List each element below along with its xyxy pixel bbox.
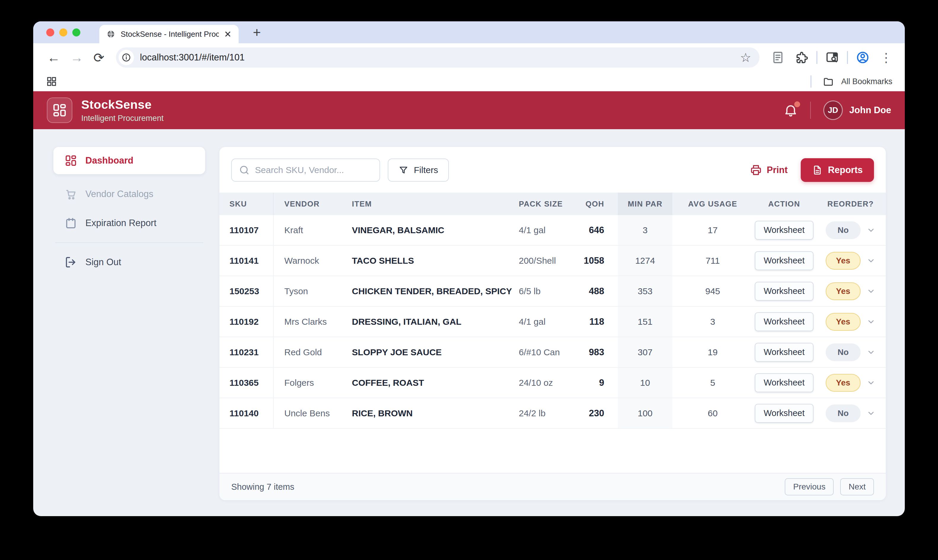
url-text[interactable]: localhost:3001/#/item/101 — [140, 52, 245, 63]
browser-tab[interactable]: StockSense - Intelligent Proc ✕ — [99, 25, 239, 43]
sidebar-item-vendor-catalogs[interactable]: Vendor Catalogs — [53, 180, 205, 209]
item-cell: DRESSING, ITALIAN, GAL — [348, 307, 516, 337]
reorder-badge[interactable]: No — [826, 405, 861, 422]
chevron-down-icon[interactable] — [867, 287, 875, 296]
search-tabs-panel-icon[interactable] — [826, 51, 839, 64]
cart-icon — [65, 188, 77, 200]
back-icon[interactable]: ← — [47, 50, 60, 65]
column-header-action: ACTION — [753, 192, 815, 215]
qoh-cell: 118 — [566, 307, 618, 337]
avatar[interactable]: JD — [823, 100, 843, 120]
notifications-button[interactable] — [784, 103, 798, 117]
search-input[interactable] — [255, 165, 372, 175]
browser-window: StockSense - Intelligent Proc ✕ + ← → ⟳ … — [33, 22, 905, 516]
reorder-badge[interactable]: Yes — [826, 374, 861, 392]
item-cell: SLOPPY JOE SAUCE — [348, 337, 516, 367]
next-button[interactable]: Next — [840, 478, 874, 495]
vendor-cell: Tyson — [274, 276, 348, 306]
toolbar-separator — [816, 51, 817, 64]
item-cell: VINEGAR, BALSAMIC — [348, 215, 516, 245]
inventory-table: SKU VENDOR ITEM PACK SIZE QOH MIN PAR AV… — [219, 192, 886, 429]
min-par-cell: 10 — [618, 368, 672, 398]
reorder-badge[interactable]: Yes — [826, 313, 861, 331]
reorder-badge[interactable]: Yes — [826, 282, 861, 300]
sku-cell: 110107 — [219, 215, 274, 245]
sku-cell: 110192 — [219, 307, 274, 337]
sidebar-item-label: Dashboard — [85, 155, 133, 166]
avg-usage-cell: 17 — [672, 215, 753, 245]
item-cell: COFFEE, ROAST — [348, 368, 516, 398]
profile-icon[interactable] — [856, 51, 870, 64]
notification-dot — [794, 102, 800, 107]
extensions-icon[interactable] — [795, 51, 809, 64]
user-name: John Doe — [849, 105, 891, 115]
vendor-cell: Mrs Clarks — [274, 307, 348, 337]
pack-size-cell: 24/2 lb — [516, 398, 566, 428]
close-window-button[interactable] — [46, 28, 54, 37]
sidebar-item-expiration-report[interactable]: Expiration Report — [53, 209, 205, 238]
worksheet-button[interactable]: Worksheet — [755, 312, 813, 331]
bookmark-star-icon[interactable]: ☆ — [740, 50, 755, 65]
all-bookmarks[interactable]: All Bookmarks — [810, 75, 892, 88]
qoh-cell: 9 — [566, 368, 618, 398]
vendor-cell: Warnock — [274, 246, 348, 275]
avg-usage-cell: 60 — [672, 398, 753, 428]
chevron-down-icon[interactable] — [867, 378, 875, 387]
inventory-card: Filters Print Reports — [219, 147, 886, 500]
sku-cell: 110140 — [219, 398, 274, 428]
pack-size-cell: 4/1 gal — [516, 215, 566, 245]
reorder-badge[interactable]: No — [826, 343, 861, 361]
header-separator — [810, 102, 811, 119]
min-par-cell: 1274 — [618, 246, 672, 275]
reload-icon[interactable]: ⟳ — [93, 50, 104, 65]
site-info-icon[interactable] — [119, 50, 134, 65]
worksheet-button[interactable]: Worksheet — [755, 404, 813, 423]
dashboard-icon — [65, 154, 77, 167]
sidebar-item-dashboard[interactable]: Dashboard — [53, 147, 205, 174]
table-row: 110140 Uncle Bens RICE, BROWN 24/2 lb 23… — [219, 398, 886, 429]
printer-icon — [750, 164, 762, 176]
forward-icon[interactable]: → — [70, 50, 83, 65]
previous-button[interactable]: Previous — [785, 478, 834, 495]
sidebar-item-label: Vendor Catalogs — [85, 189, 153, 199]
item-cell: RICE, BROWN — [348, 398, 516, 428]
chevron-down-icon[interactable] — [867, 317, 875, 326]
browser-menu-icon[interactable]: ⋮ — [880, 50, 892, 65]
sign-out-button[interactable]: Sign Out — [53, 248, 205, 277]
reorder-badge[interactable]: Yes — [826, 252, 861, 270]
reports-button[interactable]: Reports — [801, 158, 874, 182]
worksheet-button[interactable]: Worksheet — [755, 343, 813, 362]
new-tab-button[interactable]: + — [253, 24, 261, 40]
pack-size-cell: 200/Shell — [516, 246, 566, 275]
worksheet-button[interactable]: Worksheet — [755, 282, 813, 301]
table-row: 110365 Folgers COFFEE, ROAST 24/10 oz 9 … — [219, 368, 886, 398]
minimize-window-button[interactable] — [59, 28, 67, 37]
worksheet-button[interactable]: Worksheet — [755, 221, 813, 240]
chevron-down-icon[interactable] — [867, 256, 875, 265]
item-cell: TACO SHELLS — [348, 246, 516, 275]
address-bar[interactable]: localhost:3001/#/item/101 ☆ — [116, 48, 759, 68]
column-header-sku: SKU — [219, 192, 274, 215]
min-par-cell: 151 — [618, 307, 672, 337]
chevron-down-icon[interactable] — [867, 348, 875, 357]
pack-size-cell: 4/1 gal — [516, 307, 566, 337]
chevron-down-icon[interactable] — [867, 409, 875, 418]
filters-button[interactable]: Filters — [388, 158, 449, 182]
vendor-cell: Red Gold — [274, 337, 348, 367]
search-input-wrap — [231, 158, 380, 182]
reorder-badge[interactable]: No — [826, 222, 861, 239]
bookmarks-separator — [810, 75, 812, 88]
worksheet-button[interactable]: Worksheet — [755, 251, 813, 270]
chevron-down-icon[interactable] — [867, 226, 875, 235]
column-header-item: ITEM — [348, 192, 516, 215]
sku-cell: 110141 — [219, 246, 274, 275]
tab-close-icon[interactable]: ✕ — [224, 29, 231, 39]
sku-cell: 150253 — [219, 276, 274, 306]
app-tagline: Intelligent Procurement — [81, 114, 164, 123]
print-button[interactable]: Print — [750, 164, 788, 176]
apps-grid-icon[interactable] — [46, 75, 57, 88]
worksheet-button[interactable]: Worksheet — [755, 373, 813, 392]
dashboard-grid-icon — [52, 103, 67, 118]
reading-list-icon[interactable] — [771, 51, 785, 64]
zoom-window-button[interactable] — [72, 28, 80, 37]
